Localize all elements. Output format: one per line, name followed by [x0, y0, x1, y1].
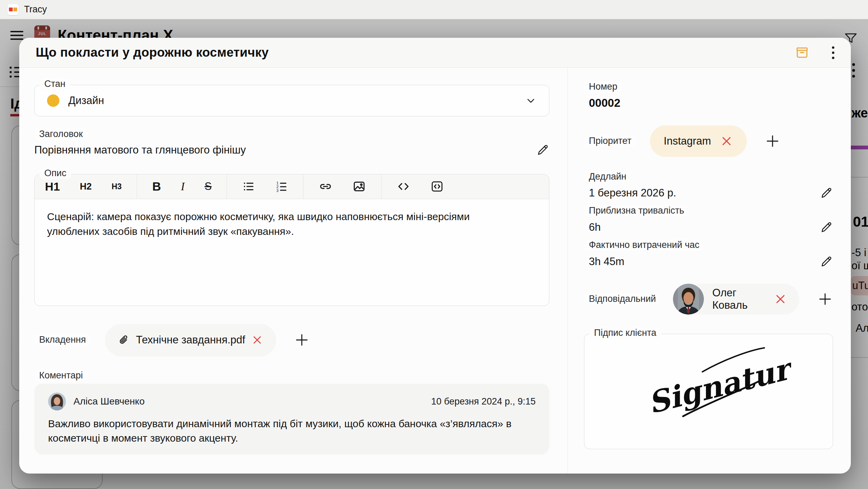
comments-section: Коментарі	[34, 369, 549, 382]
time-spent-value: 3h 45m	[589, 255, 624, 268]
add-tag-icon[interactable]	[765, 133, 780, 149]
assignee-chip[interactable]: Олег Коваль	[673, 284, 799, 315]
priority-tag-name: Instagram	[664, 135, 711, 147]
signature-text: Signature	[644, 347, 791, 420]
priority-tag-chip[interactable]: Instagram	[650, 125, 747, 157]
edit-estimate-pencil-icon[interactable]	[819, 220, 833, 234]
status-color-dot	[47, 94, 59, 107]
svg-text:3: 3	[276, 189, 278, 193]
remove-tag-icon[interactable]	[720, 135, 733, 148]
task-title: Що покласти у дорожню косметичку	[36, 45, 269, 60]
paperclip-icon	[118, 334, 130, 346]
modal-main-column: Стан Дизайн Заголовок Порівняння матовог…	[19, 68, 568, 474]
heading-value: Порівняння матового та глянцевого фінішу	[34, 144, 246, 156]
rich-text-toolbar: H1 H2 H3 B I S 123	[35, 174, 549, 199]
modal-side-panel: Номер 00002 Пріоритет Instagram Дедлайн	[568, 68, 851, 474]
client-signature-label: Підпис клієнта	[589, 327, 661, 339]
heading-field: Заголовок Порівняння матового та глянцев…	[34, 128, 549, 157]
remove-assignee-icon[interactable]	[774, 293, 787, 306]
toolbar-separator	[227, 174, 227, 199]
estimate-label: Приблизна тривалість	[584, 205, 689, 217]
time-spent-field: Фактично витрачений час 3h 45m	[584, 239, 833, 269]
attachment-name: Технічне завдання.pdf	[136, 334, 245, 346]
signature-image: Signature	[626, 347, 791, 436]
assignee-name: Олег Коваль	[712, 287, 766, 311]
number-field: Номер 00002	[584, 81, 833, 110]
add-attachment-icon[interactable]	[294, 332, 310, 348]
h3-button[interactable]: H3	[112, 182, 122, 191]
modal-kebab-icon[interactable]	[832, 44, 834, 62]
avatar	[48, 393, 66, 410]
avatar	[673, 284, 704, 315]
state-value: Дизайн	[68, 94, 104, 107]
numbered-list-icon[interactable]: 123	[275, 180, 288, 193]
comment-item: Аліса Шевченко 10 березня 2024 р., 9:15 …	[34, 384, 549, 454]
bullet-list-icon[interactable]	[242, 180, 255, 193]
h1-button[interactable]: H1	[45, 180, 60, 193]
remove-attachment-icon[interactable]	[251, 334, 263, 346]
priority-row: Пріоритет Instagram	[584, 125, 833, 157]
comments-label: Коментарі	[34, 369, 88, 382]
estimate-field: Приблизна тривалість 6h	[584, 205, 833, 234]
link-icon[interactable]	[319, 180, 332, 193]
edit-time-spent-pencil-icon[interactable]	[819, 255, 833, 269]
toolbar-separator	[137, 174, 137, 199]
edit-heading-pencil-icon[interactable]	[536, 143, 549, 157]
number-label: Номер	[584, 81, 622, 93]
attachment-chip[interactable]: Технічне завдання.pdf	[105, 324, 276, 356]
description-editor: Опис H1 H2 H3 B I S 123	[34, 174, 549, 306]
description-textarea[interactable]: Сценарій: камера показує порожню космети…	[35, 199, 549, 306]
bold-button[interactable]: B	[152, 180, 161, 193]
toolbar-separator	[381, 174, 381, 199]
modal-header: Що покласти у дорожню косметичку	[19, 38, 851, 68]
attachments-label: Вкладення	[34, 334, 91, 346]
edit-deadline-pencil-icon[interactable]	[819, 186, 833, 200]
heading-label: Заголовок	[34, 128, 88, 140]
archive-icon[interactable]	[795, 45, 809, 60]
state-label: Стан	[39, 78, 70, 90]
state-select[interactable]: Стан Дизайн	[34, 85, 549, 116]
attachments-row: Вкладення Технічне завдання.pdf	[34, 324, 549, 356]
code-block-icon[interactable]	[430, 180, 444, 193]
deadline-value: 1 березня 2026 р.	[589, 187, 676, 199]
app-name: Tracy	[24, 4, 47, 15]
comment-timestamp: 10 березня 2024 р., 9:15	[431, 396, 536, 407]
italic-button[interactable]: I	[181, 180, 185, 193]
chevron-down-icon	[525, 95, 537, 106]
h2-button[interactable]: H2	[80, 181, 92, 192]
assignee-row: Відповідальний Олег Коваль	[584, 284, 833, 315]
toolbar-separator	[303, 174, 304, 199]
number-value: 00002	[584, 96, 833, 110]
titlebar: Tracy	[0, 0, 868, 19]
description-label: Опис	[39, 167, 71, 180]
deadline-label: Дедлайн	[584, 171, 631, 183]
priority-label: Пріоритет	[584, 135, 636, 147]
assignee-label: Відповідальний	[584, 293, 661, 305]
description-text: Сценарій: камера показує порожню космети…	[47, 209, 524, 239]
image-icon[interactable]	[352, 180, 366, 193]
deadline-field: Дедлайн 1 березня 2026 р.	[584, 171, 833, 200]
tracy-logo-icon	[8, 4, 19, 15]
client-signature-field[interactable]: Підпис клієнта Signature	[584, 334, 833, 449]
screen: JUL Контент-план X Ід жен 01 -5 і ої щ u…	[0, 0, 868, 489]
strikethrough-button[interactable]: S	[205, 180, 212, 193]
comment-text: Важливо використовувати динамічний монта…	[48, 417, 536, 445]
task-modal: Що покласти у дорожню косметичку Стан Ди…	[19, 38, 851, 474]
add-assignee-icon[interactable]	[817, 291, 833, 307]
code-icon[interactable]	[397, 180, 410, 193]
comment-author: Аліса Шевченко	[73, 396, 145, 407]
time-spent-label: Фактично витрачений час	[584, 239, 704, 251]
estimate-value: 6h	[589, 221, 601, 234]
